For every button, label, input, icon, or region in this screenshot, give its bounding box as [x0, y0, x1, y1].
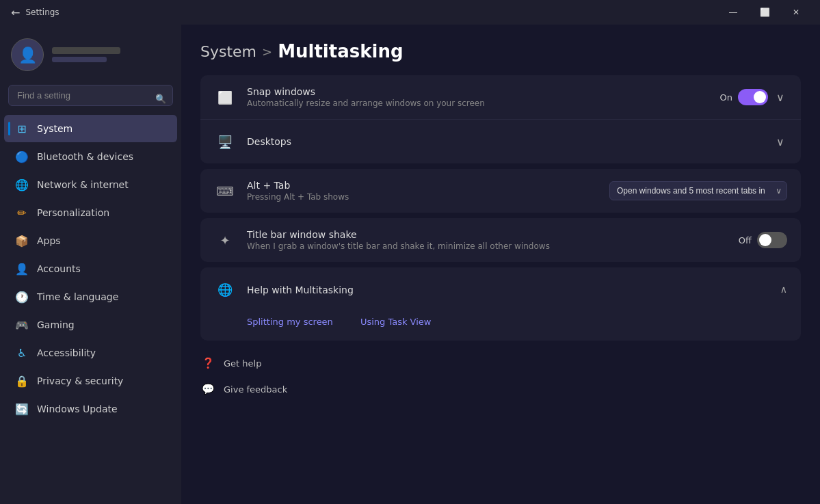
snap-toggle-knob	[754, 91, 766, 103]
title-bar: ← Settings — ⬜ ✕	[0, 0, 820, 25]
desktops-title: Desktops	[247, 136, 763, 147]
search-container: 🔍	[0, 82, 181, 114]
bluetooth-nav-label: Bluetooth & devices	[37, 151, 133, 162]
help-icon: 🌐	[214, 278, 236, 300]
title-bar-controls: — ⬜ ✕	[717, 0, 812, 25]
main-content: System > Multitasking ⬜ Snap windows Aut…	[181, 25, 820, 504]
settings-card-3: ✦ Title bar window shake When I grab a w…	[200, 218, 801, 262]
user-name-bar	[52, 47, 120, 54]
close-button[interactable]: ✕	[780, 0, 812, 25]
minimize-button[interactable]: —	[717, 0, 749, 25]
nav-list: ⊞ System 🔵 Bluetooth & devices 🌐 Network…	[0, 114, 181, 423]
snap-windows-desc: Automatically resize and arrange windows…	[247, 98, 709, 108]
give-feedback-label: Give feedback	[224, 384, 287, 395]
snap-windows-icon: ⬜	[214, 86, 236, 108]
alt-tab-desc: Pressing Alt + Tab shows	[247, 192, 598, 202]
bluetooth-nav-icon: 🔵	[15, 150, 29, 163]
help-section-title: Help with Multitasking	[247, 284, 354, 295]
help-links: Splitting my screenUsing Task View	[200, 311, 801, 341]
gaming-nav-label: Gaming	[37, 319, 75, 330]
sidebar-item-accessibility[interactable]: ♿ Accessibility	[4, 339, 177, 367]
back-button[interactable]: ←	[11, 6, 20, 19]
maximize-button[interactable]: ⬜	[749, 0, 780, 25]
alt-tab-select-wrapper: Open windows and 5 most recent tabs in M…	[609, 181, 787, 200]
title-bar-shake-desc: When I grab a window's title bar and sha…	[247, 241, 728, 251]
personalization-nav-icon: ✏️	[15, 206, 29, 220]
get-help-icon: ❓	[200, 356, 215, 371]
breadcrumb-parent[interactable]: System	[200, 43, 256, 60]
settings-container: ⬜ Snap windows Automatically resize and …	[200, 75, 801, 262]
sidebar-item-windows-update[interactable]: 🔄 Windows Update	[4, 395, 177, 423]
accounts-nav-icon: 👤	[15, 262, 29, 276]
give-feedback-icon: 💬	[200, 382, 215, 397]
settings-card-1: ⬜ Snap windows Automatically resize and …	[200, 75, 801, 163]
system-nav-label: System	[37, 123, 72, 134]
time-nav-icon: 🕐	[15, 290, 29, 304]
snap-windows-row: ⬜ Snap windows Automatically resize and …	[200, 75, 801, 120]
title-bar-shake-title: Title bar window shake	[247, 229, 728, 240]
sidebar-item-apps[interactable]: 📦 Apps	[4, 227, 177, 254]
sidebar-item-personalization[interactable]: ✏️ Personalization	[4, 199, 177, 226]
system-nav-icon: ⊞	[15, 122, 29, 135]
get-help-row[interactable]: ❓ Get help	[200, 352, 801, 375]
get-help-label: Get help	[224, 358, 261, 369]
sidebar-item-network[interactable]: 🌐 Network & internet	[4, 171, 177, 198]
alt-tab-title: Alt + Tab	[247, 180, 598, 191]
tbs-toggle-knob	[759, 234, 771, 246]
help-chevron-icon: ∧	[780, 284, 787, 295]
alt-tab-info: Alt + Tab Pressing Alt + Tab shows	[247, 180, 598, 202]
title-bar-shake-icon: ✦	[214, 229, 236, 251]
breadcrumb: System > Multitasking	[200, 41, 801, 62]
personalization-nav-label: Personalization	[37, 207, 109, 218]
snap-toggle-label: On	[720, 92, 732, 103]
help-section-header[interactable]: 🌐 Help with Multitasking ∧	[200, 267, 801, 311]
title-bar-shake-row: ✦ Title bar window shake When I grab a w…	[200, 218, 801, 262]
help-section-title-info: Help with Multitasking	[247, 283, 769, 296]
sidebar-item-system[interactable]: ⊞ System	[4, 115, 177, 142]
breadcrumb-separator: >	[262, 44, 272, 59]
search-input[interactable]	[8, 85, 173, 106]
avatar-icon: 👤	[18, 47, 37, 64]
help-link-splitting-my-screen[interactable]: Splitting my screen	[247, 317, 333, 327]
apps-nav-icon: 📦	[15, 234, 29, 248]
alt-tab-row: ⌨️ Alt + Tab Pressing Alt + Tab shows Op…	[200, 169, 801, 213]
title-bar-shake-control: Off	[739, 232, 787, 248]
sidebar-item-accounts[interactable]: 👤 Accounts	[4, 255, 177, 282]
sidebar-item-privacy[interactable]: 🔒 Privacy & security	[4, 367, 177, 395]
apps-nav-label: Apps	[37, 235, 61, 246]
alt-tab-icon: ⌨️	[214, 180, 236, 202]
snap-toggle[interactable]	[738, 89, 768, 105]
desktops-chevron-button[interactable]: ∨	[773, 133, 787, 151]
user-detail-bar	[52, 57, 107, 62]
title-bar-left: ← Settings	[11, 6, 59, 19]
snap-windows-title: Snap windows	[247, 86, 709, 97]
avatar: 👤	[11, 38, 44, 71]
windows-update-nav-icon: 🔄	[15, 402, 29, 416]
sidebar-item-gaming[interactable]: 🎮 Gaming	[4, 311, 177, 339]
sidebar-item-bluetooth[interactable]: 🔵 Bluetooth & devices	[4, 143, 177, 170]
bottom-actions: ❓ Get help 💬 Give feedback	[200, 352, 801, 401]
sidebar-item-time[interactable]: 🕐 Time & language	[4, 283, 177, 310]
help-section: 🌐 Help with Multitasking ∧ Splitting my …	[200, 267, 801, 341]
desktops-info: Desktops	[247, 136, 763, 147]
user-profile[interactable]: 👤	[0, 30, 181, 82]
breadcrumb-current: Multitasking	[278, 41, 403, 62]
desktops-icon: 🖥️	[214, 131, 236, 152]
accessibility-nav-icon: ♿	[15, 346, 29, 360]
app-container: 👤 🔍 ⊞ System 🔵 Bluetooth & devices 🌐 Net…	[0, 25, 820, 504]
windows-update-nav-label: Windows Update	[37, 403, 118, 414]
give-feedback-row[interactable]: 💬 Give feedback	[200, 377, 801, 401]
sidebar: 👤 🔍 ⊞ System 🔵 Bluetooth & devices 🌐 Net…	[0, 25, 181, 504]
snap-windows-info: Snap windows Automatically resize and ar…	[247, 86, 709, 108]
search-icon: 🔍	[155, 93, 166, 103]
alt-tab-select[interactable]: Open windows and 5 most recent tabs in M…	[609, 181, 787, 200]
accessibility-nav-label: Accessibility	[37, 347, 96, 358]
tbs-toggle[interactable]	[757, 232, 787, 248]
gaming-nav-icon: 🎮	[15, 318, 29, 332]
snap-chevron-button[interactable]: ∨	[773, 88, 787, 107]
help-link-using-task-view[interactable]: Using Task View	[360, 317, 432, 327]
alt-tab-control: Open windows and 5 most recent tabs in M…	[609, 181, 787, 200]
desktops-row[interactable]: 🖥️ Desktops ∨	[200, 120, 801, 163]
privacy-nav-icon: 🔒	[15, 374, 29, 388]
network-nav-label: Network & internet	[37, 179, 129, 190]
